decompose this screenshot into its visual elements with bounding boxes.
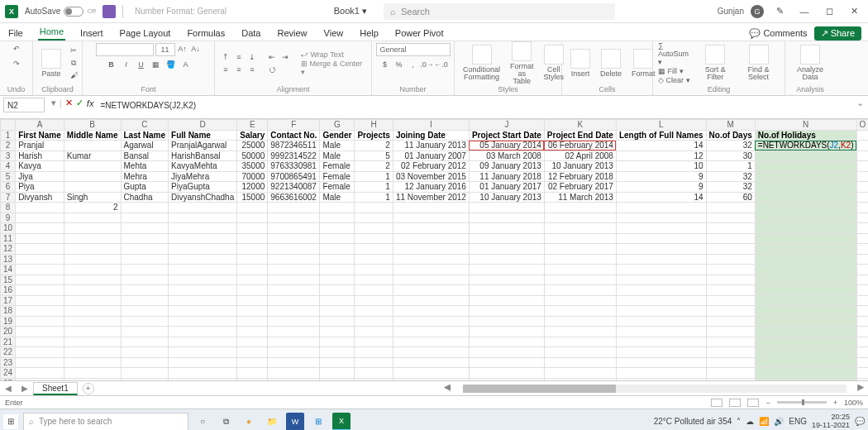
cell-D5[interactable]: JiyaMehra: [169, 171, 237, 182]
cell-K1[interactable]: Project End Date: [544, 130, 616, 141]
chrome-icon[interactable]: ●: [240, 413, 258, 431]
cell-M6[interactable]: 32: [706, 182, 755, 193]
merge-center-button[interactable]: ⊞ Merge & Center ▾: [301, 60, 366, 76]
analyze-data-button[interactable]: Analyze Data: [790, 43, 830, 83]
row-header-19[interactable]: 19: [1, 316, 16, 327]
cell-K15[interactable]: [544, 275, 616, 285]
cell-O25[interactable]: [856, 378, 868, 380]
page-layout-view-icon[interactable]: [729, 399, 741, 407]
cell-B22[interactable]: [64, 347, 121, 358]
cell-F5[interactable]: 9700865491: [268, 171, 320, 182]
cell-A8[interactable]: [16, 203, 64, 213]
cell-O10[interactable]: [856, 223, 868, 234]
cell-O18[interactable]: [856, 306, 868, 317]
cell-O9[interactable]: [856, 213, 868, 223]
sheet-nav-next-icon[interactable]: ▶: [17, 384, 33, 393]
save-icon[interactable]: [103, 5, 116, 18]
font-family-box[interactable]: [96, 43, 154, 56]
cell-G15[interactable]: [320, 275, 355, 285]
cell-A22[interactable]: [16, 347, 64, 358]
cell-B12[interactable]: [64, 244, 121, 255]
cell-O14[interactable]: [856, 265, 868, 275]
cell-H5[interactable]: 1: [355, 171, 393, 182]
cortana-icon[interactable]: ○: [193, 413, 212, 431]
cell-K16[interactable]: [544, 285, 616, 296]
cell-D24[interactable]: [169, 368, 237, 379]
cell-J7[interactable]: 10 January 2013: [469, 192, 544, 203]
store-icon[interactable]: ⊞: [309, 413, 327, 431]
cell-O5[interactable]: [856, 171, 868, 182]
cell-O20[interactable]: [856, 327, 868, 337]
cell-M24[interactable]: [706, 368, 755, 379]
cell-G19[interactable]: [320, 316, 355, 327]
page-break-view-icon[interactable]: [747, 399, 759, 407]
cell-C22[interactable]: [121, 347, 169, 358]
cell-B6[interactable]: [64, 182, 121, 193]
cell-E12[interactable]: [237, 244, 268, 255]
comma-icon[interactable]: ,: [408, 59, 419, 70]
cell-C25[interactable]: [121, 378, 169, 380]
zoom-out-icon[interactable]: −: [765, 399, 770, 407]
increase-decimal-icon[interactable]: .0→: [422, 59, 433, 70]
cell-D8[interactable]: [169, 203, 237, 213]
cell-J11[interactable]: [469, 233, 544, 244]
cell-B25[interactable]: [64, 378, 121, 380]
cell-L18[interactable]: [616, 306, 706, 317]
cell-N21[interactable]: [755, 337, 856, 347]
cell-F19[interactable]: [268, 316, 320, 327]
cell-J5[interactable]: 11 January 2018: [469, 171, 544, 182]
cell-B1[interactable]: Middle Name: [64, 130, 121, 141]
cell-H18[interactable]: [355, 306, 393, 317]
cell-H1[interactable]: Projects: [355, 130, 393, 141]
cell-B15[interactable]: [64, 275, 121, 285]
cell-A4[interactable]: Kavya: [16, 161, 64, 172]
task-view-icon[interactable]: ⧉: [217, 413, 235, 431]
cell-H25[interactable]: [355, 378, 393, 380]
cell-L2[interactable]: 14: [616, 141, 706, 151]
cell-J23[interactable]: [469, 357, 544, 368]
cell-B4[interactable]: [64, 161, 121, 172]
cell-A5[interactable]: Jiya: [16, 171, 64, 182]
expand-formula-bar-icon[interactable]: ⌄: [856, 98, 868, 108]
cell-K11[interactable]: [544, 233, 616, 244]
cell-B21[interactable]: [64, 337, 121, 347]
cell-C20[interactable]: [121, 327, 169, 337]
cell-C5[interactable]: Mehra: [121, 171, 169, 182]
cell-J24[interactable]: [469, 368, 544, 379]
cell-E1[interactable]: Salary: [237, 130, 268, 141]
cell-M5[interactable]: 32: [706, 171, 755, 182]
cell-N24[interactable]: [755, 368, 856, 379]
cell-D13[interactable]: [169, 254, 237, 265]
cell-C12[interactable]: [121, 244, 169, 255]
cell-M13[interactable]: [706, 254, 755, 265]
cell-J8[interactable]: [469, 203, 544, 213]
cell-F7[interactable]: 9663616002: [268, 192, 320, 203]
decrease-font-icon[interactable]: A↓: [190, 43, 202, 55]
user-name[interactable]: Gunjan: [718, 7, 744, 16]
cell-D3[interactable]: HarishBansal: [169, 150, 237, 161]
cell-M23[interactable]: [706, 357, 755, 368]
cell-N17[interactable]: [755, 295, 856, 306]
col-header-N[interactable]: N: [755, 120, 856, 131]
cell-H16[interactable]: [355, 285, 393, 296]
cell-H2[interactable]: 2: [355, 141, 393, 151]
cell-M1[interactable]: No.of Days: [706, 130, 755, 141]
cell-H23[interactable]: [355, 357, 393, 368]
cell-B19[interactable]: [64, 316, 121, 327]
row-header-24[interactable]: 24: [1, 368, 16, 379]
cell-C9[interactable]: [121, 213, 169, 223]
cell-D22[interactable]: [169, 347, 237, 358]
cell-M15[interactable]: [706, 275, 755, 285]
tab-home[interactable]: Home: [38, 24, 65, 41]
cell-G18[interactable]: [320, 306, 355, 317]
cell-I3[interactable]: 01 January 2007: [393, 150, 469, 161]
cell-I25[interactable]: [393, 378, 469, 380]
cell-O21[interactable]: [856, 337, 868, 347]
cell-I8[interactable]: [393, 203, 469, 213]
number-format-quick[interactable]: Number Format: General: [130, 5, 231, 17]
increase-indent-icon[interactable]: ⇥: [279, 51, 291, 63]
cell-C18[interactable]: [121, 306, 169, 317]
cell-E16[interactable]: [237, 285, 268, 296]
row-header-10[interactable]: 10: [1, 223, 16, 234]
cell-L1[interactable]: Length of Full Names: [616, 130, 706, 141]
